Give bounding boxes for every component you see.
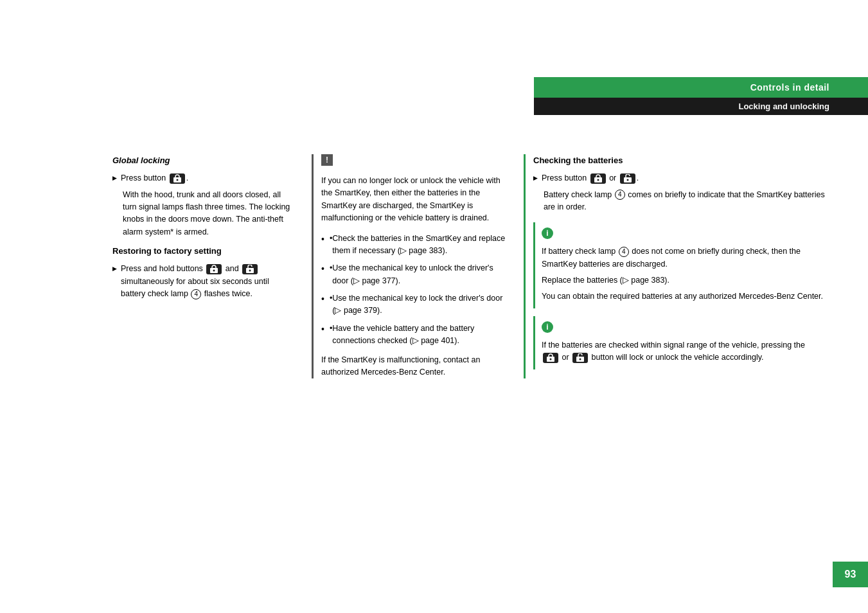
- checking-press-row: Press button or: [533, 172, 829, 184]
- info-box-1-line4: You can obtain the required batteries at…: [542, 290, 823, 303]
- smartkey-lock-icon: [170, 173, 185, 184]
- list-item-2: • Use the mechanical key to unlock the d…: [321, 262, 508, 287]
- smartkey-malfunction-text: If the SmartKey is malfunctioning, conta…: [321, 354, 508, 379]
- checking-batteries-title: Checking the batteries: [533, 154, 829, 167]
- svg-point-9: [626, 179, 628, 181]
- page-number: 93: [845, 569, 856, 580]
- smartkey-unlock-icon-right: [620, 173, 635, 184]
- checking-press-label: Press button or: [542, 172, 639, 184]
- right-column: Checking the batteries Press button or: [533, 154, 829, 378]
- list-item-3: • Use the mechanical key to lock the dri…: [321, 292, 508, 317]
- global-locking-desc: With the hood, trunk and all doors close…: [123, 189, 292, 239]
- circle-4-restoring: 4: [191, 289, 201, 299]
- info-box-1: i If battery check lamp 4 does not come …: [533, 222, 829, 308]
- header-band: Controls in detail Locking and unlocking: [534, 77, 868, 115]
- svg-point-7: [597, 179, 599, 181]
- circle-4-info1: 4: [619, 247, 629, 257]
- press-button-label: Press button .: [121, 172, 188, 184]
- content-area: Global locking Press button . With the h…: [0, 154, 868, 378]
- smartkey-unlock-icon-info2: [572, 353, 588, 363]
- info-icon-2: i: [542, 321, 553, 333]
- list-item-2-text: Use the mechanical key to unlock the dri…: [332, 262, 508, 287]
- list-item-4-text: Have the vehicle battery and the battery…: [332, 323, 508, 348]
- press-button-row: Press button .: [112, 172, 292, 184]
- locking-unlocking-text: Locking and unlocking: [738, 102, 829, 111]
- controls-in-detail-bar: Controls in detail: [534, 77, 868, 98]
- info-box-2: i If the batteries are checked within si…: [533, 316, 829, 369]
- middle-vertical-line: [312, 154, 314, 378]
- warning-icon: !: [321, 154, 333, 166]
- global-locking-title: Global locking: [112, 154, 292, 167]
- page-container: Controls in detail Locking and unlocking…: [0, 0, 868, 613]
- info-box-2-text: If the batteries are checked within sign…: [542, 339, 823, 364]
- smartkey-lock-icon-info2: [543, 353, 558, 363]
- warning-text: If you can no longer lock or unlock the …: [321, 175, 508, 225]
- smartkey-lock-icon-2: [206, 264, 222, 274]
- list-item-1: • Check the batteries in the SmartKey an…: [321, 233, 508, 258]
- middle-bullet-list: • Check the batteries in the SmartKey an…: [321, 233, 508, 348]
- svg-point-11: [550, 358, 552, 360]
- right-vertical-line: [524, 154, 526, 378]
- smartkey-lock-icon-right: [590, 173, 606, 184]
- warning-header: !: [321, 154, 508, 170]
- svg-point-13: [580, 358, 581, 360]
- controls-in-detail-text: Controls in detail: [750, 82, 829, 93]
- list-item-4: • Have the vehicle battery and the batte…: [321, 323, 508, 348]
- svg-point-5: [249, 269, 251, 271]
- info-box-1-line3: Replace the batteries (▷ page 383).: [542, 274, 823, 287]
- restoring-title: Restoring to factory setting: [112, 245, 292, 258]
- restoring-row: Press and hold buttons and: [112, 263, 292, 300]
- list-item-1-text: Check the batteries in the SmartKey and …: [332, 233, 508, 258]
- svg-point-1: [176, 179, 178, 181]
- right-column-wrapper: Checking the batteries Press button or: [524, 154, 829, 378]
- middle-column: ! If you can no longer lock or unlock th…: [321, 154, 508, 378]
- battery-check-desc: Battery check lamp 4 comes on briefly to…: [544, 189, 829, 214]
- circle-4-check: 4: [615, 190, 625, 200]
- page-number-box: 93: [833, 562, 868, 587]
- info-box-1-line1: If battery check lamp 4 does not come on…: [542, 245, 823, 271]
- list-item-3-text: Use the mechanical key to lock the drive…: [332, 292, 508, 317]
- middle-column-wrapper: ! If you can no longer lock or unlock th…: [312, 154, 504, 378]
- smartkey-unlock-icon: [242, 264, 258, 274]
- restoring-press-label: Press and hold buttons and: [121, 263, 292, 300]
- left-column: Global locking Press button . With the h…: [112, 154, 292, 378]
- locking-unlocking-bar: Locking and unlocking: [534, 98, 868, 115]
- info-icon-1: i: [542, 227, 553, 239]
- svg-point-3: [213, 269, 215, 271]
